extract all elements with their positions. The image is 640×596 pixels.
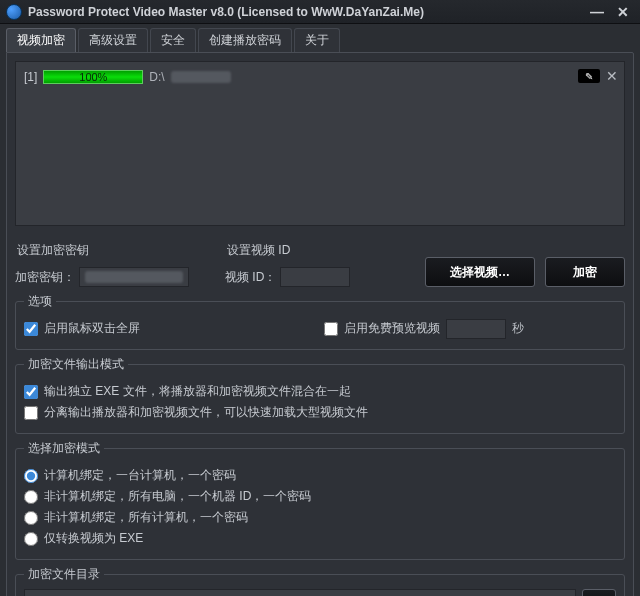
enc-mode-all-pc[interactable]: 非计算机绑定，所有计算机，一个密码: [24, 509, 616, 526]
remove-file-button[interactable]: ✕: [606, 68, 618, 84]
key-section-title: 设置加密密钥: [17, 242, 215, 259]
output-dir-group: 加密文件目录 …: [15, 566, 625, 596]
enc-mode-machineid-input[interactable]: [24, 490, 38, 504]
enc-mode-pc-bind-input[interactable]: [24, 469, 38, 483]
output-dir-input[interactable]: [24, 589, 576, 596]
output-single-exe-checkbox[interactable]: 输出独立 EXE 文件，将播放器和加密视频文件混合在一起: [24, 383, 616, 400]
dblclick-fullscreen-input[interactable]: [24, 322, 38, 336]
tab-advanced[interactable]: 高级设置: [78, 28, 148, 52]
enc-mode-pc-bind[interactable]: 计算机绑定，一台计算机，一个密码: [24, 467, 616, 484]
dblclick-fullscreen-checkbox[interactable]: 启用鼠标双击全屏: [24, 320, 324, 337]
key-label: 加密密钥：: [15, 269, 75, 286]
enc-mode-exe-only[interactable]: 仅转换视频为 EXE: [24, 530, 616, 547]
tab-create-password[interactable]: 创建播放密码: [198, 28, 292, 52]
file-index: [1]: [24, 70, 37, 84]
close-button[interactable]: ✕: [612, 4, 634, 20]
tab-security[interactable]: 安全: [150, 28, 196, 52]
file-drive: D:\: [149, 70, 164, 84]
free-preview-input[interactable]: [324, 322, 338, 336]
file-name-redacted: [171, 71, 231, 83]
enc-mode-exe-only-input[interactable]: [24, 532, 38, 546]
main-panel: [1] 100% D:\ ✎ ✕ 设置加密密钥 加密密钥： 设置视频 ID 视频…: [6, 52, 634, 596]
enc-mode-group: 选择加密模式 计算机绑定，一台计算机，一个密码 非计算机绑定，所有电脑，一个机器…: [15, 440, 625, 560]
file-list: [1] 100% D:\ ✎ ✕: [15, 61, 625, 226]
video-id-input[interactable]: [280, 267, 350, 287]
encrypt-button[interactable]: 加密: [545, 257, 625, 287]
minimize-button[interactable]: —: [586, 4, 608, 20]
output-separate-checkbox[interactable]: 分离输出播放器和加密视频文件，可以快速加载大型视频文件: [24, 404, 616, 421]
tab-about[interactable]: 关于: [294, 28, 340, 52]
tab-bar: 视频加密 高级设置 安全 创建播放密码 关于: [0, 24, 640, 52]
options-group: 选项 启用鼠标双击全屏 启用免费预览视频 秒: [15, 293, 625, 350]
options-legend: 选项: [24, 293, 56, 310]
select-video-button[interactable]: 选择视频…: [425, 257, 535, 287]
vid-section-title: 设置视频 ID: [227, 242, 370, 259]
file-progress: 100%: [43, 70, 143, 84]
seconds-unit: 秒: [512, 320, 524, 337]
enc-mode-all-pc-input[interactable]: [24, 511, 38, 525]
preview-seconds-input[interactable]: [446, 319, 506, 339]
enc-mode-machineid[interactable]: 非计算机绑定，所有电脑，一个机器 ID，一个密码: [24, 488, 616, 505]
tab-video-encrypt[interactable]: 视频加密: [6, 28, 76, 52]
output-single-exe-input[interactable]: [24, 385, 38, 399]
output-dir-legend: 加密文件目录: [24, 566, 104, 583]
browse-output-dir-button[interactable]: …: [582, 589, 616, 596]
output-mode-group: 加密文件输出模式 输出独立 EXE 文件，将播放器和加密视频文件混合在一起 分离…: [15, 356, 625, 434]
app-icon: [6, 4, 22, 20]
encryption-key-input[interactable]: [79, 267, 189, 287]
enc-mode-legend: 选择加密模式: [24, 440, 104, 457]
window-title: Password Protect Video Master v8.0 (Lice…: [28, 5, 582, 19]
vid-label: 视频 ID：: [225, 269, 276, 286]
output-mode-legend: 加密文件输出模式: [24, 356, 128, 373]
file-row[interactable]: [1] 100% D:\: [24, 70, 616, 84]
titlebar: Password Protect Video Master v8.0 (Lice…: [0, 0, 640, 24]
free-preview-checkbox[interactable]: 启用免费预览视频: [324, 320, 440, 337]
output-separate-input[interactable]: [24, 406, 38, 420]
edit-file-button[interactable]: ✎: [578, 69, 600, 83]
